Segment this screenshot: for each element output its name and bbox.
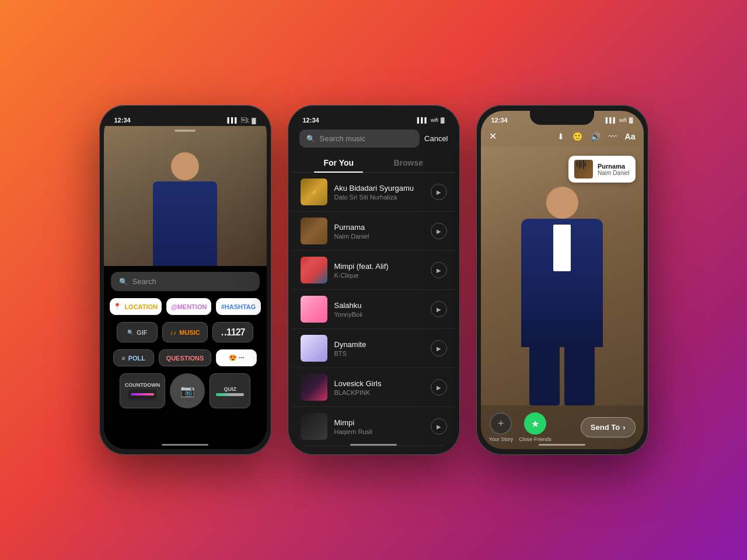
sticker-row-4: COUNTDOWN 📷 QUIZ (110, 373, 261, 408)
story-person-body (521, 219, 603, 347)
sticker-grid: 📍 LOCATION @MENTION #HASHTAG 🔍 GIF (104, 291, 267, 415)
song-title-2: Purnama (334, 223, 424, 232)
mention-label: @MENTION (171, 303, 207, 310)
song-artist-6: BLACKPINK (334, 389, 424, 396)
sticker-location[interactable]: 📍 LOCATION (110, 298, 162, 315)
sticker-poll[interactable]: ≡ POLL (113, 349, 154, 366)
sticker-row-2: 🔍 GIF ♪♪ MUSIC ‥1127 (110, 322, 261, 342)
sticker-questions[interactable]: QUESTIONS (159, 349, 212, 366)
story-person-area (481, 146, 644, 405)
sticker-camera[interactable]: 📷 (170, 373, 205, 408)
story-footer: + Your Story ★ Close Friends Send To › (481, 405, 644, 449)
song-artist-1: Dato Sri Siti Nurhaliza (334, 194, 424, 201)
sticker-countdown[interactable]: COUNTDOWN (120, 373, 166, 408)
squiggle-icon[interactable]: 〰 (609, 132, 617, 141)
time-1: 12:34 (114, 117, 131, 124)
song-item-6[interactable]: Lovesick Girls BLACKPINK ▶ (292, 368, 455, 407)
notch-1 (153, 111, 217, 125)
person-head-1 (171, 152, 199, 180)
tab-browse[interactable]: Browse (374, 153, 444, 172)
song-item-7[interactable]: Mimpi Haqiem Rusli ▶ (292, 407, 455, 446)
search-placeholder: Search music (320, 134, 366, 143)
song-title-4: Salahku (334, 301, 424, 310)
song-info-1: Aku Bidadari Syurgamu Dato Sri Siti Nurh… (334, 184, 424, 201)
status-icons-1: ▌▌▌ ); ▓ (228, 117, 256, 124)
song-item-8[interactable]: I Like Me Better Lauv ▶ (292, 446, 455, 449)
song-item-2[interactable]: Purnama Naim Daniel ▶ (292, 212, 455, 251)
home-indicator-1 (162, 444, 208, 446)
phone-1-screen: 12:34 ▌▌▌ ); ▓ 🔍 Search (104, 111, 267, 449)
gif-label: GIF (137, 329, 147, 336)
close-friends-action[interactable]: ★ Close Friends (519, 412, 551, 442)
send-to-button[interactable]: Send To › (581, 417, 636, 438)
download-icon[interactable]: ⬇ (557, 132, 564, 141)
song-artist-5: BTS (334, 350, 424, 357)
home-indicator-3 (539, 444, 585, 446)
waveform-bar-5 (585, 162, 586, 167)
music-sticker-info: Purnama Naim Daniel (598, 163, 629, 176)
song-info-2: Purnama Naim Daniel (334, 223, 424, 240)
play-button-1[interactable]: ▶ (431, 184, 447, 200)
poll-label: POLL (128, 355, 145, 362)
music-label: MUSIC (179, 329, 200, 336)
song-item-5[interactable]: Dynamite BTS ▶ (292, 329, 455, 368)
close-button[interactable]: ✕ (489, 131, 497, 142)
face-icon[interactable]: 🙂 (573, 132, 582, 141)
music-sticker[interactable]: Purnama Naim Daniel (568, 156, 635, 183)
text-icon[interactable]: Aa (625, 132, 636, 141)
phones-container: 12:34 ▌▌▌ ); ▓ 🔍 Search (99, 105, 648, 455)
sticker-count[interactable]: ‥1127 (212, 322, 253, 342)
song-item-1[interactable]: ♬ Aku Bidadari Syurgamu Dato Sri Siti Nu… (292, 173, 455, 212)
waveform-bar-3 (581, 162, 582, 167)
count-value: ‥1127 (221, 327, 245, 338)
search-gif-icon: 🔍 (127, 330, 134, 335)
play-button-6[interactable]: ▶ (431, 379, 447, 396)
person-body-1 (153, 181, 217, 266)
tab-for-you[interactable]: For You (304, 153, 374, 172)
questions-label: QUESTIONS (166, 355, 204, 362)
camera-icon: 📷 (180, 384, 195, 398)
countdown-bar (131, 393, 154, 396)
notch-3 (530, 111, 594, 125)
battery-icon-3: ▓ (629, 117, 633, 123)
cancel-button[interactable]: Cancel (424, 134, 448, 143)
music-sticker-art (574, 160, 593, 178)
countdown-display (128, 389, 156, 400)
sticker-music[interactable]: ♪♪ MUSIC (162, 322, 207, 342)
phone2-content: 12:34 ▌▌▌ wifi ▓ 🔍 Search music Cancel (292, 111, 455, 449)
location-icon: 📍 (113, 303, 121, 310)
poll-icon: ≡ (121, 355, 125, 362)
play-button-3[interactable]: ▶ (431, 262, 447, 278)
phone-2: 12:34 ▌▌▌ wifi ▓ 🔍 Search music Cancel (288, 105, 460, 455)
song-item-4[interactable]: Salahku YonnyBoii ▶ (292, 290, 455, 329)
music-note-icon: ♪♪ (170, 329, 176, 336)
play-button-2[interactable]: ▶ (431, 223, 447, 239)
wifi-icon-1: ); (241, 117, 250, 123)
album-art-3 (301, 257, 327, 284)
play-button-5[interactable]: ▶ (431, 340, 447, 356)
waveform-bar-1 (577, 162, 578, 167)
song-item-3[interactable]: Mimpi (feat. Alif) K-Clique ▶ (292, 251, 455, 290)
story-header-actions: ⬇ 🙂 🔊 〰 Aa (557, 132, 636, 141)
sticker-mention[interactable]: @MENTION (166, 298, 212, 315)
sticker-row-1: 📍 LOCATION @MENTION #HASHTAG (110, 298, 261, 315)
song-title-1: Aku Bidadari Syurgamu (334, 184, 424, 192)
signal-icon-2: ▌▌▌ (417, 117, 428, 123)
your-story-action[interactable]: + Your Story (489, 412, 514, 442)
music-search-input[interactable]: 🔍 Search music (299, 130, 420, 148)
search-sticker-1[interactable]: 🔍 Search (111, 272, 260, 291)
music-search-bar: 🔍 Search music Cancel (292, 126, 455, 153)
search-sticker-text: Search (132, 277, 156, 286)
audio-icon[interactable]: 🔊 (591, 132, 601, 141)
status-icons-2: ▌▌▌ wifi ▓ (417, 117, 445, 123)
sticker-hashtag[interactable]: #HASHTAG (216, 298, 260, 315)
play-button-4[interactable]: ▶ (431, 301, 447, 317)
sticker-gif[interactable]: 🔍 GIF (117, 322, 158, 342)
music-sticker-artist: Naim Daniel (598, 170, 629, 176)
sticker-emoji[interactable]: 😍 ··· (216, 349, 257, 366)
play-button-7[interactable]: ▶ (431, 418, 447, 435)
sticker-quiz[interactable]: QUIZ (210, 373, 250, 408)
left-leg (529, 347, 560, 405)
notch-2 (341, 111, 406, 125)
music-sticker-title: Purnama (598, 163, 629, 170)
